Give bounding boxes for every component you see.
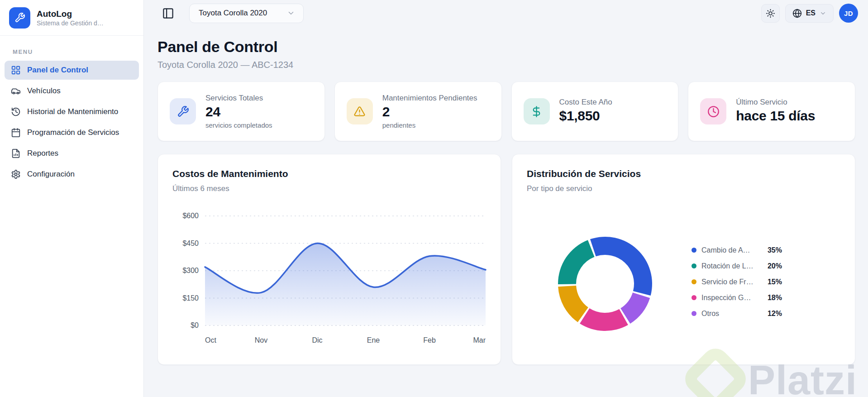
page-title: Panel de Control xyxy=(157,38,855,56)
globe-icon xyxy=(792,9,802,18)
legend-dot xyxy=(692,263,696,268)
legend-item: Cambio de A… 35% xyxy=(692,244,782,256)
stat-label: Último Servicio xyxy=(736,98,815,107)
sidebar-item-reportes[interactable]: Reportes xyxy=(5,144,139,163)
legend-item: Otros 12% xyxy=(692,307,782,320)
chart-subtitle: Por tipo de servicio xyxy=(527,184,840,193)
svg-text:Nov: Nov xyxy=(255,336,267,344)
donut-legend: Cambio de A… 35% Rotación de L… 20% Serv… xyxy=(692,244,782,323)
sidebar-item-configuracion[interactable]: Configuración xyxy=(5,165,139,184)
sun-icon xyxy=(766,9,775,18)
svg-text:Ene: Ene xyxy=(367,336,380,344)
wrench-icon xyxy=(170,98,196,124)
chart-title: Costos de Mantenimiento xyxy=(172,168,486,179)
stat-label: Mantenimientos Pendientes xyxy=(382,94,477,103)
vehicle-selector[interactable]: Toyota Corolla 2020 xyxy=(189,4,304,23)
app-name: AutoLog xyxy=(37,9,104,19)
charts-row: Costos de Mantenimiento Últimos 6 meses … xyxy=(157,154,855,365)
page-subtitle: Toyota Corolla 2020 — ABC-1234 xyxy=(157,60,855,70)
dollar-icon xyxy=(524,98,550,124)
chevron-down-icon xyxy=(287,9,295,17)
stat-caption: pendientes xyxy=(382,121,477,129)
stat-value: hace 15 días xyxy=(736,108,815,124)
sidebar-item-programacion[interactable]: Programación de Servicios xyxy=(5,123,139,142)
sidebar-item-panel-de-control[interactable]: Panel de Control xyxy=(5,61,139,80)
legend-item: Inspección G… 18% xyxy=(692,292,782,304)
sidebar-item-label: Historial de Mantenimiento xyxy=(27,107,118,116)
app-tagline: Sistema de Gestión d… xyxy=(37,19,104,27)
stat-label: Costo Este Año xyxy=(559,98,612,107)
stat-value: 24 xyxy=(205,104,272,120)
legend-item: Servicio de Fr… 15% xyxy=(692,276,782,288)
panel-left-icon xyxy=(162,7,174,19)
sidebar: AutoLog Sistema de Gestión d… MENU Panel… xyxy=(0,0,144,397)
svg-text:$0: $0 xyxy=(191,321,199,329)
stat-card-servicios-totales: Servicios Totales 24 servicios completad… xyxy=(157,81,325,141)
svg-text:Dic: Dic xyxy=(312,336,322,344)
stat-card-costo-este-ano: Costo Este Año $1,850 xyxy=(511,81,679,141)
svg-text:Mar: Mar xyxy=(473,336,486,344)
clock-icon xyxy=(700,98,726,124)
stats-row: Servicios Totales 24 servicios completad… xyxy=(157,81,855,141)
gear-icon xyxy=(10,169,21,180)
sidebar-item-label: Programación de Servicios xyxy=(27,128,119,137)
dashboard-icon xyxy=(10,65,21,76)
sidebar-item-label: Panel de Control xyxy=(27,66,88,75)
report-icon xyxy=(10,148,21,159)
topbar-actions: ES JD xyxy=(761,4,858,23)
chevron-down-icon xyxy=(820,10,826,17)
language-selector[interactable]: ES xyxy=(785,4,834,23)
app-root: AutoLog Sistema de Gestión d… MENU Panel… xyxy=(0,0,868,397)
stat-caption: servicios completados xyxy=(205,121,272,129)
sidebar-item-vehiculos[interactable]: Vehículos xyxy=(5,81,139,100)
main-content: Panel de Control Toyota Corolla 2020 — A… xyxy=(144,26,868,397)
chart-title: Distribución de Servicios xyxy=(527,168,840,179)
language-value: ES xyxy=(806,9,816,17)
sidebar-item-historial[interactable]: Historial de Mantenimiento xyxy=(5,102,139,121)
legend-dot xyxy=(692,279,696,284)
sidebar-toggle-button[interactable] xyxy=(160,5,176,21)
svg-text:$150: $150 xyxy=(182,294,199,302)
history-icon xyxy=(10,107,21,117)
app-title-block: AutoLog Sistema de Gestión d… xyxy=(37,9,104,27)
costs-chart-card: Costos de Mantenimiento Últimos 6 meses … xyxy=(157,154,501,365)
svg-text:$300: $300 xyxy=(182,267,199,274)
stat-card-ultimo-servicio: Último Servicio hace 15 días xyxy=(688,81,855,141)
legend-dot xyxy=(692,295,696,300)
app-logo-row: AutoLog Sistema de Gestión d… xyxy=(0,0,143,36)
app-logo xyxy=(9,7,30,29)
legend-item: Rotación de L… 20% xyxy=(692,260,782,272)
menu-section-label: MENU xyxy=(13,48,143,55)
legend-dot xyxy=(692,248,696,253)
svg-text:Feb: Feb xyxy=(423,336,436,344)
vehicle-selector-value: Toyota Corolla 2020 xyxy=(199,9,267,18)
stat-value: 2 xyxy=(382,104,477,120)
stat-card-mantenimientos-pendientes: Mantenimientos Pendientes 2 pendientes xyxy=(334,81,502,141)
user-avatar[interactable]: JD xyxy=(839,4,858,23)
sidebar-item-label: Vehículos xyxy=(27,86,61,96)
warning-icon xyxy=(347,98,373,124)
line-chart: $0$150$300$450$600OctNovDicEneFebMar xyxy=(169,203,492,353)
sidebar-menu: Panel de Control Vehículos Historial de … xyxy=(0,61,143,184)
svg-text:$600: $600 xyxy=(182,212,199,220)
car-icon xyxy=(10,86,21,96)
wrench-icon xyxy=(14,12,25,23)
distribution-chart-card: Distribución de Servicios Por tipo de se… xyxy=(512,154,855,365)
stat-label: Servicios Totales xyxy=(205,94,272,103)
calendar-icon xyxy=(10,128,21,138)
chart-subtitle: Últimos 6 meses xyxy=(172,184,486,193)
sidebar-item-label: Reportes xyxy=(27,149,58,158)
stat-value: $1,850 xyxy=(559,108,612,124)
theme-toggle-button[interactable] xyxy=(761,4,780,23)
sidebar-item-label: Configuración xyxy=(27,170,75,179)
donut-chart xyxy=(512,208,702,357)
legend-dot xyxy=(692,311,696,316)
svg-text:$450: $450 xyxy=(182,239,199,247)
topbar: Toyota Corolla 2020 ES JD xyxy=(144,0,868,26)
svg-text:Oct: Oct xyxy=(205,336,216,344)
